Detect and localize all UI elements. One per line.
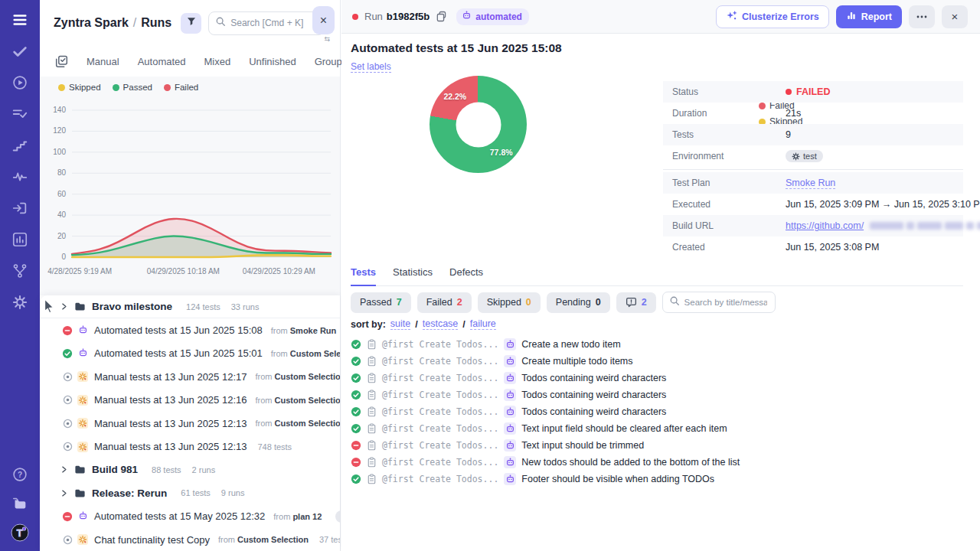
report-button[interactable]: Report [836, 5, 902, 28]
clipboard-icon [367, 406, 377, 417]
legend-dot [164, 84, 171, 91]
run-group-runs-count: 2 runs [192, 465, 216, 474]
run-group-row[interactable]: Release: Rerun61 tests9 runs [40, 481, 340, 504]
test-row[interactable]: @first Create Todos...Create multiple to… [351, 353, 971, 370]
run-row[interactable]: Automated tests at 15 May 2025 12:32from… [40, 505, 340, 528]
test-row[interactable]: @first Create Todos...Text input field s… [351, 420, 971, 437]
runs-search-input[interactable] [230, 18, 315, 28]
help-icon[interactable]: ? [11, 465, 29, 484]
detail-value: Smoke Run [786, 178, 835, 189]
run-row[interactable]: Automated tests at 15 Jun 2025 15:08from… [40, 318, 340, 341]
filter-chip-pending[interactable]: Pending0 [547, 292, 610, 313]
test-row[interactable]: @first Create Todos...Footer should be v… [351, 471, 971, 487]
menu-icon[interactable] [11, 11, 29, 29]
clusterize-errors-button[interactable]: Clusterize Errors [716, 5, 829, 28]
folders-icon[interactable] [11, 494, 29, 513]
close-run-button[interactable]: × [942, 5, 968, 28]
test-row[interactable]: @first Create Todos...New todos should b… [351, 454, 971, 471]
select-all-icon[interactable] [55, 54, 68, 69]
detail-row-environment: Environmenttest [663, 145, 963, 167]
run-group-row[interactable]: Bravo milestone124 tests33 runs [40, 295, 340, 318]
svg-text:T: T [17, 528, 23, 539]
list-check-icon[interactable] [11, 105, 29, 123]
test-row[interactable]: @first Create Todos...Create a new todo … [351, 336, 971, 353]
tab-unfinished[interactable]: Unfinished [249, 56, 296, 67]
robot-icon [462, 11, 472, 23]
sidebar-bottom-icons: ?T [11, 465, 29, 542]
sort-by-testcase[interactable]: testcase [423, 318, 459, 330]
detail-row-duration: Duration21s [663, 103, 963, 124]
logo-t[interactable]: T [11, 523, 29, 542]
svg-text:?: ? [18, 471, 22, 479]
tab-statistics[interactable]: Statistics [393, 266, 433, 285]
run-group-row[interactable]: Build 98188 tests2 runs [40, 458, 340, 481]
manual-run-icon [77, 442, 88, 452]
run-row[interactable]: Manual tests at 13 Jun 2025 12:13from Cu… [40, 412, 340, 435]
gear-icon[interactable] [11, 293, 29, 311]
funnel-icon [186, 16, 197, 30]
run-row[interactable]: Manual tests at 13 Jun 2025 12:13748 tes… [40, 435, 340, 458]
run-row-source: from plan 12 [273, 512, 322, 521]
manual-run-icon [77, 371, 88, 382]
steps-icon[interactable] [11, 136, 29, 155]
tests-search[interactable] [662, 292, 776, 313]
run-row-source: from Custom Selection [255, 419, 340, 428]
panel-resize-handle[interactable]: ⇆ [324, 35, 330, 43]
sort-by-suite[interactable]: suite [390, 318, 410, 330]
build-url-link[interactable]: https://github.com/ [786, 220, 864, 231]
test-row[interactable]: @first Create Todos...Todos containing w… [351, 386, 971, 403]
clipboard-icon [367, 457, 377, 468]
legend-item-failed: Failed [164, 83, 198, 92]
status-failed-icon [62, 325, 73, 336]
play-circle-icon[interactable] [11, 73, 29, 92]
breadcrumb: Zyntra Spark/Runs [54, 16, 172, 30]
sign-in-icon[interactable] [11, 199, 29, 217]
status-passed-icon [351, 423, 361, 434]
status-failed-value: FAILED [786, 86, 830, 97]
tab-defects[interactable]: Defects [449, 266, 483, 285]
filter-chip-passed[interactable]: Passed7 [351, 292, 411, 313]
test-row[interactable]: @first Create Todos...Todos containing w… [351, 403, 971, 420]
run-row[interactable]: Chat functinality test Copyfrom Custom S… [40, 528, 340, 551]
check-icon[interactable] [11, 42, 29, 60]
tab-tests[interactable]: Tests [351, 266, 376, 286]
detail-row-tests: Tests9 [663, 124, 963, 145]
branch-icon[interactable] [11, 262, 29, 280]
detail-label: Tests [672, 129, 786, 140]
test-row[interactable]: @first Create Todos...Text input should … [351, 437, 971, 454]
more-actions-button[interactable] [909, 5, 935, 28]
automated-badge[interactable]: automated [456, 8, 529, 25]
copy-run-id-button[interactable] [436, 11, 447, 22]
run-row[interactable]: Manual tests at 13 Jun 2025 12:17from Cu… [40, 365, 340, 388]
bar-chart-icon[interactable] [11, 230, 29, 249]
run-row[interactable]: Automated tests at 15 Jun 2025 15:01from… [40, 342, 340, 365]
detail-row-created: CreatedJun 15, 2025 3:08 PM [663, 236, 963, 258]
folder-icon [74, 302, 86, 311]
tab-automated[interactable]: Automated [138, 56, 186, 67]
filter-chip-comments[interactable]: 2 [616, 292, 656, 313]
filter-chip-failed[interactable]: Failed2 [417, 292, 472, 313]
filter-count: 2 [457, 297, 462, 308]
sort-by-failure[interactable]: failure [470, 318, 496, 330]
runs-search[interactable] [208, 11, 325, 35]
filter-button[interactable] [181, 13, 201, 34]
legend-dot [113, 84, 119, 91]
automated-test-icon [504, 439, 516, 452]
manual-run-icon [77, 418, 88, 429]
run-row[interactable]: Manual tests at 13 Jun 2025 12:16from Cu… [40, 389, 340, 412]
run-label: Run [364, 11, 383, 22]
tab-manual[interactable]: Manual [87, 56, 119, 67]
panel-close-button[interactable]: × [312, 6, 335, 34]
test-row[interactable]: @first Create Todos...Todos containing w… [351, 370, 971, 386]
run-row-source: from Smoke Run [271, 326, 337, 335]
test-plan-link[interactable]: Smoke Run [786, 178, 835, 189]
status-other-icon [62, 534, 73, 545]
tests-search-input[interactable] [684, 298, 767, 307]
status-other-icon [62, 442, 73, 452]
set-labels-link[interactable]: Set labels [351, 61, 391, 73]
tab-mixed[interactable]: Mixed [204, 56, 231, 67]
breadcrumb-project[interactable]: Zyntra Spark [54, 16, 129, 29]
activity-icon[interactable] [11, 168, 29, 186]
filter-chip-skipped[interactable]: Skipped0 [478, 292, 541, 313]
detail-value: FAILED [786, 86, 830, 97]
